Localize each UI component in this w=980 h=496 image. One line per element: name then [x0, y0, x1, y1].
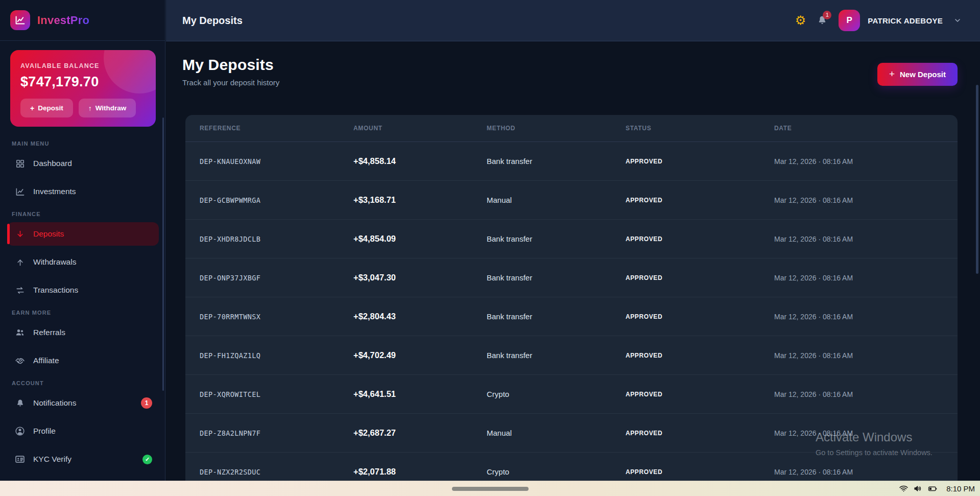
sidebar-item-affiliate[interactable]: Affiliate: [7, 349, 159, 372]
table-row[interactable]: DEP-Z8A2LNPN7F +$2,687.27 Manual APPROVE…: [185, 414, 958, 453]
deposit-reference: DEP-70RRMTWNSX: [200, 313, 353, 321]
dashboard-icon: [14, 159, 26, 169]
deposit-date: Mar 12, 2026 · 08:16 AM: [774, 468, 943, 476]
sidebar-item-transactions[interactable]: Transactions: [7, 278, 159, 302]
deposit-amount: +$4,702.49: [353, 350, 487, 360]
arrow-up-icon: ↑: [88, 104, 92, 112]
taskbar-clock: 8:10 PM: [946, 484, 975, 493]
sidebar-section-label: MAIN MENU: [12, 140, 154, 147]
notifications-bell-icon[interactable]: 1: [817, 15, 828, 26]
user-avatar[interactable]: P: [839, 10, 860, 31]
profile-icon: [14, 426, 26, 436]
deposit-amount: +$4,854.09: [353, 234, 487, 244]
sidebar-item-dashboard[interactable]: Dashboard: [7, 152, 159, 175]
sidebar-item-investments[interactable]: Investments: [7, 180, 159, 203]
deposit-date: Mar 12, 2026 · 08:16 AM: [774, 390, 943, 398]
sidebar-nav: MAIN MENU Dashboard Investments FINANCE …: [0, 132, 165, 481]
deposit-reference: DEP-Z8A2LNPN7F: [200, 429, 353, 437]
wifi-icon[interactable]: [899, 484, 909, 493]
deposit-status: APPROVED: [626, 468, 774, 476]
deposit-method: Bank transfer: [487, 234, 626, 243]
deposit-method: Crypto: [487, 467, 626, 476]
sidebar-section: EARN MORE Referrals Affiliate: [7, 310, 159, 372]
deposit-method: Manual: [487, 196, 626, 204]
column-header-reference: REFERENCE: [200, 125, 353, 132]
deposits-table: REFERENCE AMOUNT METHOD STATUS DATE DEP-…: [185, 115, 958, 481]
table-row[interactable]: DEP-KNAUEOXNAW +$4,858.14 Bank transfer …: [185, 142, 958, 181]
deposit-button-label: Deposit: [38, 104, 63, 112]
table-row[interactable]: DEP-XQROWITCEL +$4,641.51 Crypto APPROVE…: [185, 375, 958, 414]
topbar-title: My Deposits: [182, 15, 243, 27]
deposit-reference: DEP-NZX2R2SDUC: [200, 468, 353, 476]
table-row[interactable]: DEP-GCBWPWMRGA +$3,168.71 Manual APPROVE…: [185, 181, 958, 220]
plus-icon: +: [30, 104, 34, 112]
column-header-amount: AMOUNT: [353, 125, 487, 132]
deposit-icon: [14, 229, 26, 239]
deposit-method: Bank transfer: [487, 351, 626, 360]
verified-check-icon: ✓: [142, 455, 152, 464]
brand-name: InvestPro: [37, 14, 89, 27]
sidebar-item-notifications[interactable]: Notifications 1: [7, 391, 159, 415]
sidebar-section: ACCOUNT Notifications 1 Profile KYC Veri…: [7, 380, 159, 471]
windows-taskbar: 8:10 PM: [0, 481, 980, 496]
deposit-method: Bank transfer: [487, 273, 626, 282]
table-row[interactable]: DEP-NZX2R2SDUC +$2,071.88 Crypto APPROVE…: [185, 453, 958, 481]
sidebar-section: MAIN MENU Dashboard Investments: [7, 140, 159, 203]
deposit-amount: +$3,168.71: [353, 195, 487, 205]
sidebar-section-label: FINANCE: [12, 211, 154, 217]
deposit-amount: +$4,858.14: [353, 156, 487, 166]
referrals-icon: [14, 327, 26, 338]
deposit-date: Mar 12, 2026 · 08:16 AM: [774, 313, 943, 321]
app-window: InvestPro AVAILABLE BALANCE $747,179.70 …: [0, 0, 980, 496]
sidebar-item-profile[interactable]: Profile: [7, 419, 159, 443]
deposit-reference: DEP-XHDR8JDCLB: [200, 235, 353, 243]
settings-gear-icon[interactable]: ⚙: [795, 14, 806, 27]
new-deposit-button[interactable]: + New Deposit: [877, 63, 958, 86]
deposit-date: Mar 12, 2026 · 08:16 AM: [774, 351, 943, 360]
page-subtitle: Track all your deposit history: [182, 78, 279, 87]
column-header-date: DATE: [774, 125, 943, 132]
table-row[interactable]: DEP-XHDR8JDCLB +$4,854.09 Bank transfer …: [185, 220, 958, 258]
vertical-scrollbar[interactable]: [976, 85, 978, 274]
deposit-reference: DEP-XQROWITCEL: [200, 390, 353, 398]
sidebar-badge: 1: [141, 397, 152, 409]
battery-icon[interactable]: [927, 484, 938, 493]
deposit-reference: DEP-FH1ZQAZ1LQ: [200, 351, 353, 360]
deposit-status: APPROVED: [626, 274, 774, 281]
balance-card: AVAILABLE BALANCE $747,179.70 + Deposit …: [10, 50, 156, 127]
new-deposit-button-label: New Deposit: [900, 70, 946, 79]
brand-header: InvestPro: [0, 0, 165, 41]
deposit-button[interactable]: + Deposit: [20, 99, 73, 117]
table-row[interactable]: DEP-FH1ZQAZ1LQ +$4,702.49 Bank transfer …: [185, 336, 958, 375]
affiliate-icon: [14, 356, 26, 366]
horizontal-scrollbar[interactable]: [452, 487, 529, 491]
table-header-row: REFERENCE AMOUNT METHOD STATUS DATE: [185, 115, 958, 142]
kyc-icon: [14, 454, 26, 464]
deposit-date: Mar 12, 2026 · 08:16 AM: [774, 157, 943, 166]
volume-icon[interactable]: [913, 484, 923, 493]
withdraw-button[interactable]: ↑ Withdraw: [79, 99, 136, 117]
deposit-amount: +$4,641.51: [353, 389, 487, 399]
deposit-date: Mar 12, 2026 · 08:16 AM: [774, 235, 943, 243]
deposit-status: APPROVED: [626, 197, 774, 204]
chevron-down-icon[interactable]: [953, 16, 962, 25]
deposit-method: Bank transfer: [487, 157, 626, 166]
table-row[interactable]: DEP-70RRMTWNSX +$2,804.43 Bank transfer …: [185, 297, 958, 336]
deposit-method: Crypto: [487, 390, 626, 398]
sidebar-item-deposits[interactable]: Deposits: [7, 222, 159, 246]
sidebar: InvestPro AVAILABLE BALANCE $747,179.70 …: [0, 0, 165, 481]
deposit-amount: +$2,687.27: [353, 428, 487, 438]
main-content: My Deposits Track all your deposit histo…: [166, 41, 980, 481]
sidebar-section: FINANCE Deposits Withdrawals Transaction…: [7, 211, 159, 302]
sidebar-item-referrals[interactable]: Referrals: [7, 321, 159, 344]
sidebar-section-label: EARN MORE: [12, 310, 154, 316]
sidebar-item-kyc-verify[interactable]: KYC Verify ✓: [7, 447, 159, 471]
sidebar-scrollbar[interactable]: [162, 117, 164, 391]
sidebar-item-withdrawals[interactable]: Withdrawals: [7, 250, 159, 274]
user-name: PATRICK ADEBOYE: [868, 16, 943, 25]
deposit-status: APPROVED: [626, 235, 774, 243]
page-title: My Deposits: [182, 56, 279, 74]
table-row[interactable]: DEP-ONP37JXBGF +$3,047.30 Bank transfer …: [185, 258, 958, 297]
deposit-reference: DEP-GCBWPWMRGA: [200, 196, 353, 204]
brand-logo-chart-icon: [10, 10, 30, 30]
